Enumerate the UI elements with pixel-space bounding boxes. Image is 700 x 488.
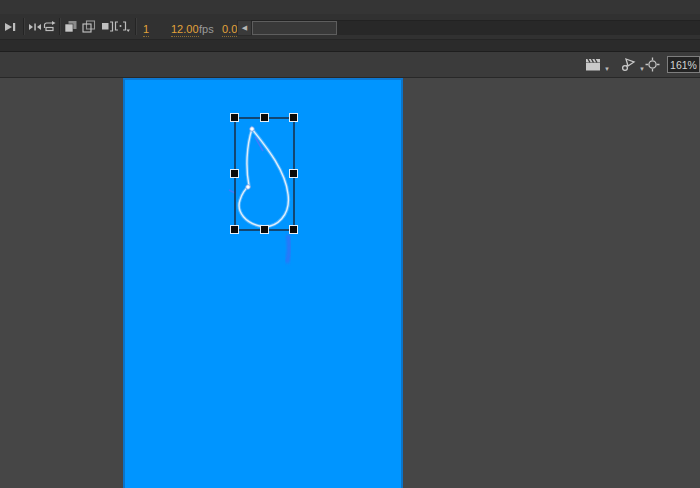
anchor-point[interactable]: [250, 127, 255, 132]
elapsed-time-value[interactable]: 0.0: [222, 23, 237, 37]
separator: [23, 18, 25, 35]
selection-overlay: [125, 80, 405, 488]
panel-divider: [0, 40, 700, 52]
frame-rate-unit: fps: [199, 23, 214, 36]
clapperboard-icon: [585, 58, 602, 72]
center-stage-button[interactable]: [645, 55, 660, 74]
separator: [135, 18, 137, 35]
edit-scene-button[interactable]: ▼: [585, 55, 610, 74]
bezier-handle-mark: [229, 190, 235, 193]
timeline-scroll-left-button[interactable]: ◀: [237, 20, 252, 36]
handle-top-middle[interactable]: [260, 113, 269, 122]
modify-markers-icon: [114, 20, 130, 33]
frame-rate-value[interactable]: 12.00: [171, 23, 199, 37]
timeline-scrollbar-thumb[interactable]: [252, 21, 337, 35]
stage-canvas[interactable]: [123, 78, 403, 488]
timeline-scrollbar-track[interactable]: [251, 20, 700, 35]
purple-mark: [287, 235, 289, 263]
onion-skin-outlines-button[interactable]: [80, 18, 98, 35]
modify-markers-button[interactable]: [112, 18, 132, 35]
onion-skin-outlines-icon: [82, 20, 96, 33]
timeline-status-bar: 1 12.00 fps 0.0 s ◀: [0, 14, 700, 40]
edit-bar: ▼ ▼ 161%: [0, 52, 700, 78]
anchor-point[interactable]: [246, 185, 251, 190]
onion-skin-icon: [64, 20, 78, 33]
handle-top-right[interactable]: [289, 113, 298, 122]
loop-playback-button[interactable]: [40, 18, 58, 35]
go-to-last-frame-icon: [3, 21, 17, 33]
edit-symbols-button[interactable]: ▼: [620, 55, 645, 74]
crosshair-icon: [645, 57, 660, 72]
chevron-down-icon: ▼: [604, 66, 610, 74]
edit-symbols-icon: [620, 57, 637, 72]
handle-top-left[interactable]: [230, 113, 239, 122]
loop-playback-icon: [42, 20, 56, 33]
handle-bottom-left[interactable]: [230, 225, 239, 234]
zoom-level-field[interactable]: 161%: [667, 56, 700, 73]
handle-middle-left[interactable]: [230, 169, 239, 178]
handle-bottom-right[interactable]: [289, 225, 298, 234]
pasteboard[interactable]: [0, 78, 700, 488]
handle-bottom-middle[interactable]: [260, 225, 269, 234]
separator: [59, 18, 61, 35]
current-frame-value[interactable]: 1: [143, 23, 149, 37]
onion-skin-button[interactable]: [62, 18, 80, 35]
timeline-panel-strip: [0, 0, 700, 14]
handle-middle-right[interactable]: [289, 169, 298, 178]
go-to-last-frame-button[interactable]: [1, 18, 19, 35]
